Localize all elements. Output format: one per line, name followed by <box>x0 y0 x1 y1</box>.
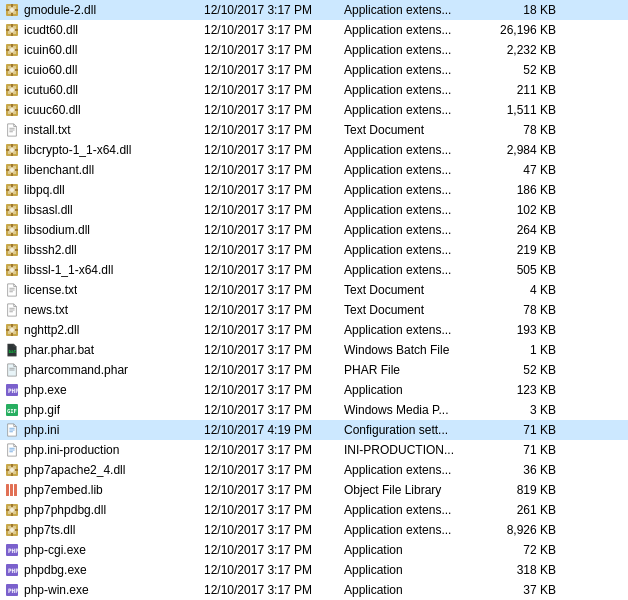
table-row[interactable]: nghttp2.dll 12/10/2017 3:17 PM Applicati… <box>0 320 628 340</box>
file-date-cell: 12/10/2017 3:17 PM <box>204 183 344 197</box>
svg-rect-58 <box>15 169 18 171</box>
filename-text: nghttp2.dll <box>24 323 79 337</box>
file-size-cell: 3 KB <box>484 403 564 417</box>
table-row[interactable]: license.txt 12/10/2017 3:17 PM Text Docu… <box>0 280 628 300</box>
table-row[interactable]: icuio60.dll 12/10/2017 3:17 PM Applicati… <box>0 60 628 80</box>
svg-rect-143 <box>15 529 18 531</box>
table-row[interactable]: PHP php-cgi.exe 12/10/2017 3:17 PM Appli… <box>0 540 628 560</box>
svg-rect-55 <box>11 164 13 167</box>
file-name-cell: nghttp2.dll <box>4 322 204 338</box>
table-row[interactable]: php7apache2_4.dll 12/10/2017 3:17 PM App… <box>0 460 628 480</box>
filename-text: libssh2.dll <box>24 243 77 257</box>
table-row[interactable]: libpq.dll 12/10/2017 3:17 PM Application… <box>0 180 628 200</box>
file-icon <box>4 42 20 58</box>
svg-rect-92 <box>6 269 9 271</box>
table-row[interactable]: icutu60.dll 12/10/2017 3:17 PM Applicati… <box>0 80 628 100</box>
filename-text: libsodium.dll <box>24 223 90 237</box>
file-name-cell: icuin60.dll <box>4 42 204 58</box>
file-name-cell: PHP phpdbg.exe <box>4 562 204 578</box>
svg-rect-90 <box>11 264 13 267</box>
file-date-cell: 12/10/2017 3:17 PM <box>204 363 344 377</box>
table-row[interactable]: news.txt 12/10/2017 3:17 PM Text Documen… <box>0 300 628 320</box>
file-date-cell: 12/10/2017 3:17 PM <box>204 523 344 537</box>
file-size-cell: 318 KB <box>484 563 564 577</box>
filename-text: license.txt <box>24 283 77 297</box>
file-type-cell: Application extens... <box>344 223 484 237</box>
table-row[interactable]: pharcommand.phar 12/10/2017 3:17 PM PHAR… <box>0 360 628 380</box>
svg-rect-103 <box>11 324 13 327</box>
file-icon <box>4 82 20 98</box>
svg-rect-83 <box>11 244 13 247</box>
file-name-cell: bat phar.phar.bat <box>4 342 204 358</box>
file-type-cell: Object File Library <box>344 483 484 497</box>
table-row[interactable]: GIF php.gif 12/10/2017 3:17 PM Windows M… <box>0 400 628 420</box>
table-row[interactable]: libsodium.dll 12/10/2017 3:17 PM Applica… <box>0 220 628 240</box>
table-row[interactable]: PHP phpdbg.exe 12/10/2017 3:17 PM Applic… <box>0 560 628 580</box>
file-date-cell: 12/10/2017 3:17 PM <box>204 483 344 497</box>
table-row[interactable]: php7embed.lib 12/10/2017 3:17 PM Object … <box>0 480 628 500</box>
svg-point-102 <box>10 328 14 332</box>
table-row[interactable]: install.txt 12/10/2017 3:17 PM Text Docu… <box>0 120 628 140</box>
svg-text:GIF: GIF <box>7 408 17 414</box>
svg-rect-124 <box>11 473 13 476</box>
file-name-cell: libsodium.dll <box>4 222 204 238</box>
table-row[interactable]: libssh2.dll 12/10/2017 3:17 PM Applicati… <box>0 240 628 260</box>
svg-rect-26 <box>6 69 9 71</box>
svg-rect-4 <box>11 13 13 16</box>
file-date-cell: 12/10/2017 4:19 PM <box>204 423 344 437</box>
file-icon <box>4 202 20 218</box>
svg-point-122 <box>10 468 14 472</box>
file-icon: PHP <box>4 582 20 598</box>
filename-text: php.ini-production <box>24 443 119 457</box>
table-row[interactable]: icuuc60.dll 12/10/2017 3:17 PM Applicati… <box>0 100 628 120</box>
svg-rect-48 <box>11 144 13 147</box>
file-date-cell: 12/10/2017 3:17 PM <box>204 543 344 557</box>
svg-rect-105 <box>6 329 9 331</box>
table-row[interactable]: php7ts.dll 12/10/2017 3:17 PM Applicatio… <box>0 520 628 540</box>
svg-rect-135 <box>6 509 9 511</box>
table-row[interactable]: libcrypto-1_1-x64.dll 12/10/2017 3:17 PM… <box>0 140 628 160</box>
file-type-cell: Application extens... <box>344 3 484 17</box>
table-row[interactable]: icudt60.dll 12/10/2017 3:17 PM Applicati… <box>0 20 628 40</box>
svg-rect-41 <box>15 109 18 111</box>
file-type-cell: Application extens... <box>344 183 484 197</box>
file-name-cell: PHP php-cgi.exe <box>4 542 204 558</box>
table-row[interactable]: icuin60.dll 12/10/2017 3:17 PM Applicati… <box>0 40 628 60</box>
table-row[interactable]: php7phpdbg.dll 12/10/2017 3:17 PM Applic… <box>0 500 628 520</box>
file-type-cell: Windows Media P... <box>344 403 484 417</box>
file-date-cell: 12/10/2017 3:17 PM <box>204 203 344 217</box>
file-icon <box>4 102 20 118</box>
file-date-cell: 12/10/2017 3:17 PM <box>204 563 344 577</box>
table-row[interactable]: bat phar.phar.bat 12/10/2017 3:17 PM Win… <box>0 340 628 360</box>
svg-rect-19 <box>6 49 9 51</box>
table-row[interactable]: gmodule-2.dll 12/10/2017 3:17 PM Applica… <box>0 0 628 20</box>
file-name-cell: gmodule-2.dll <box>4 2 204 18</box>
table-row[interactable]: php.ini-production 12/10/2017 3:17 PM IN… <box>0 440 628 460</box>
table-row[interactable]: PHP php-win.exe 12/10/2017 3:17 PM Appli… <box>0 580 628 600</box>
table-row[interactable]: libssl-1_1-x64.dll 12/10/2017 3:17 PM Ap… <box>0 260 628 280</box>
file-icon <box>4 22 20 38</box>
file-name-cell: PHP php-win.exe <box>4 582 204 598</box>
svg-rect-127 <box>6 484 9 496</box>
table-row[interactable]: libsasl.dll 12/10/2017 3:17 PM Applicati… <box>0 200 628 220</box>
svg-text:PHP: PHP <box>8 567 19 574</box>
file-size-cell: 102 KB <box>484 203 564 217</box>
svg-point-61 <box>10 188 14 192</box>
svg-rect-39 <box>11 113 13 116</box>
file-date-cell: 12/10/2017 3:17 PM <box>204 163 344 177</box>
file-type-cell: PHAR File <box>344 363 484 377</box>
table-row[interactable]: php.ini 12/10/2017 4:19 PM Configuration… <box>0 420 628 440</box>
file-icon: PHP <box>4 542 20 558</box>
svg-rect-32 <box>11 93 13 96</box>
file-size-cell: 36 KB <box>484 463 564 477</box>
file-date-cell: 12/10/2017 3:17 PM <box>204 43 344 57</box>
svg-rect-141 <box>11 533 13 536</box>
file-date-cell: 12/10/2017 3:17 PM <box>204 83 344 97</box>
svg-rect-13 <box>15 29 18 31</box>
filename-text: libpq.dll <box>24 183 65 197</box>
file-name-cell: news.txt <box>4 302 204 318</box>
svg-rect-104 <box>11 333 13 336</box>
file-date-cell: 12/10/2017 3:17 PM <box>204 303 344 317</box>
table-row[interactable]: libenchant.dll 12/10/2017 3:17 PM Applic… <box>0 160 628 180</box>
table-row[interactable]: PHP php.exe 12/10/2017 3:17 PM Applicati… <box>0 380 628 400</box>
